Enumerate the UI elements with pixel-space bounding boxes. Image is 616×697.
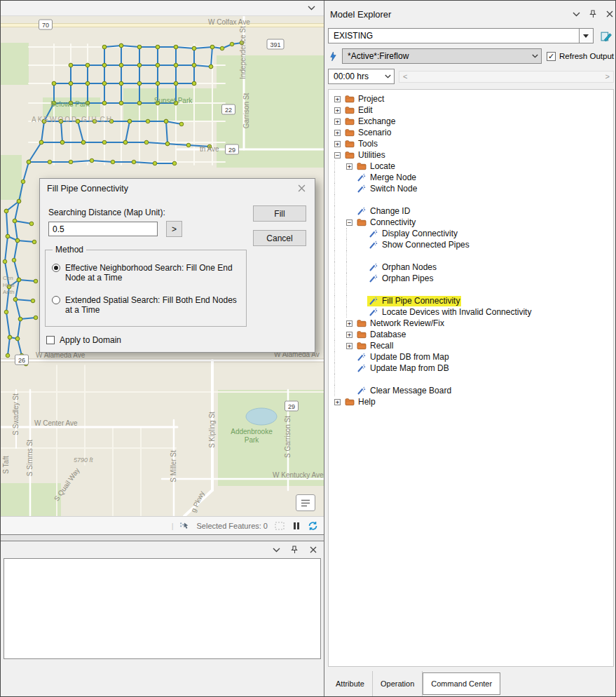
refresh-icon[interactable]: [308, 520, 318, 531]
expand-icon[interactable]: +: [334, 119, 343, 125]
dropdown-arrow-icon[interactable]: [579, 29, 593, 43]
tree-item[interactable]: +Project: [329, 93, 613, 104]
time-scrollbar[interactable]: < >: [399, 71, 614, 83]
tree-item[interactable]: Clear Message Board: [329, 385, 613, 396]
map-canvas[interactable]: W Colfax AveIndependence StGarrison StSu…: [1, 16, 324, 516]
scroll-left-arrow[interactable]: <: [403, 72, 407, 81]
tab-attribute[interactable]: Attribute: [328, 671, 373, 696]
wand-icon: [369, 274, 380, 283]
scroll-right-arrow[interactable]: >: [605, 72, 610, 81]
tree-item[interactable]: +Recall: [329, 340, 613, 351]
clear-selection-icon[interactable]: [274, 520, 285, 531]
dataset-value: EXISTING: [329, 31, 579, 41]
tree-item[interactable]: +Edit: [329, 104, 613, 116]
tree-item[interactable]: Update Map from DB: [329, 363, 613, 374]
map-label: Belows Park: [50, 100, 90, 108]
pin-icon[interactable]: [588, 9, 598, 20]
close-icon[interactable]: [295, 182, 308, 195]
radio-effective-neighborhood-search[interactable]: Effective Neighborhood Search: Fill One …: [52, 263, 244, 283]
tree-item[interactable]: +Network Review/Fix: [329, 318, 613, 329]
dataset-row: EXISTING: [328, 28, 614, 43]
wand-icon: [369, 263, 380, 272]
tree-item[interactable]: +Database: [329, 329, 613, 340]
expand-icon[interactable]: +: [346, 320, 355, 327]
tree-item[interactable]: Orphan Nodes: [329, 262, 613, 273]
pause-drawing-icon[interactable]: [291, 520, 301, 531]
tree-item[interactable]: +Scenario: [329, 127, 613, 138]
method-group-label: Method: [53, 245, 86, 255]
tree-item[interactable]: +Tools: [329, 138, 613, 149]
tree-item[interactable]: +Help: [329, 396, 613, 407]
tree-item[interactable]: Merge Node: [329, 172, 613, 183]
folder-icon: [357, 218, 368, 227]
collapse-icon[interactable]: −: [346, 219, 355, 226]
map-label: S Taft: [2, 456, 10, 474]
expand-icon[interactable]: +: [346, 163, 355, 170]
folder-icon: [357, 162, 368, 171]
message-board[interactable]: [4, 558, 321, 659]
tree-item[interactable]: +Locate: [329, 161, 613, 172]
time-combobox[interactable]: 00:00 hrs: [328, 69, 395, 84]
map-label: W Center Ave: [34, 419, 78, 427]
refresh-output-checkbox[interactable]: ✓ Refresh Output: [547, 52, 614, 61]
fill-button[interactable]: Fill: [253, 205, 306, 222]
expand-icon[interactable]: +: [346, 332, 355, 338]
expand-icon[interactable]: +: [334, 107, 343, 114]
expand-icon[interactable]: +: [346, 343, 355, 349]
expand-icon[interactable]: +: [334, 141, 343, 147]
tree-item[interactable]: Display Connectivity: [329, 228, 613, 239]
map-legend-button[interactable]: [296, 494, 315, 511]
dataset-combobox[interactable]: EXISTING: [328, 28, 594, 43]
tree-item[interactable]: Switch Node: [329, 183, 613, 194]
map-label: Anth: [3, 289, 14, 295]
tree-guide-line: [346, 239, 358, 250]
map-label: W Colfax Ave: [208, 18, 250, 26]
active-scenario-icon: [328, 50, 338, 62]
expand-icon[interactable]: +: [334, 130, 343, 136]
tree-item[interactable]: −Connectivity: [329, 217, 613, 228]
close-icon[interactable]: [308, 545, 318, 555]
tree-item[interactable]: +Exchange: [329, 116, 613, 127]
map-panel-header: [1, 1, 324, 16]
tree-item-label: Help: [358, 397, 376, 407]
tree-item[interactable]: Update DB from Map: [329, 351, 613, 363]
tree-spacer: [329, 250, 613, 262]
apply-to-domain-checkbox[interactable]: Apply to Domain: [46, 335, 121, 345]
highway-shield-number: 29: [228, 147, 235, 154]
folder-icon: [357, 330, 368, 339]
model-explorer-tree: +Project+Edit+Exchange+Scenario+Tools−Ut…: [328, 89, 614, 667]
tree-item[interactable]: Change ID: [329, 205, 613, 217]
close-icon[interactable]: [605, 9, 615, 20]
radio-extended-spatial-search[interactable]: Extended Spatial Search: Fill Both End N…: [52, 295, 244, 315]
collapse-icon[interactable]: −: [334, 152, 343, 158]
message-panel-header: [1, 541, 324, 558]
chevron-down-icon[interactable]: [571, 9, 582, 20]
cancel-button[interactable]: Cancel: [253, 230, 306, 246]
expand-icon[interactable]: +: [334, 399, 343, 405]
tree-guide-line: [346, 306, 358, 318]
dialog-titlebar[interactable]: Fill Pipe Connectivity: [40, 179, 315, 198]
tree-item[interactable]: Orphan Pipes: [329, 273, 613, 284]
chevron-down-icon[interactable]: [271, 545, 282, 555]
tree-guide-line: [334, 374, 346, 385]
tree-item[interactable]: Fill Pipe Connectivity: [329, 295, 613, 306]
tab-command-center[interactable]: Command Center: [423, 672, 500, 695]
map-panel: W Colfax AveIndependence StGarrison StSu…: [1, 1, 324, 535]
map-label: S Kipling St: [208, 412, 216, 448]
time-row: 00:00 hrs < >: [328, 69, 616, 84]
tree-item[interactable]: Locate Devices with Invalid Connectivity: [329, 306, 613, 318]
expand-distance-button[interactable]: >: [166, 221, 182, 237]
pin-icon[interactable]: [289, 545, 300, 555]
tree-item[interactable]: Show Connected Pipes: [329, 239, 613, 250]
radio-button-icon: [52, 264, 60, 272]
chevron-down-icon[interactable]: [306, 3, 317, 13]
model-explorer-titlebar: Model Explorer: [324, 1, 616, 23]
edit-dataset-icon[interactable]: [600, 29, 614, 43]
map-label: Park: [245, 436, 260, 444]
active-scenario-combobox[interactable]: *Active*:Fireflow: [342, 48, 542, 64]
searching-distance-input[interactable]: [48, 222, 158, 236]
highway-shield-number: 22: [225, 107, 232, 114]
expand-icon[interactable]: +: [334, 96, 343, 102]
tab-operation[interactable]: Operation: [373, 671, 423, 696]
tree-item[interactable]: −Utilities: [329, 149, 613, 161]
